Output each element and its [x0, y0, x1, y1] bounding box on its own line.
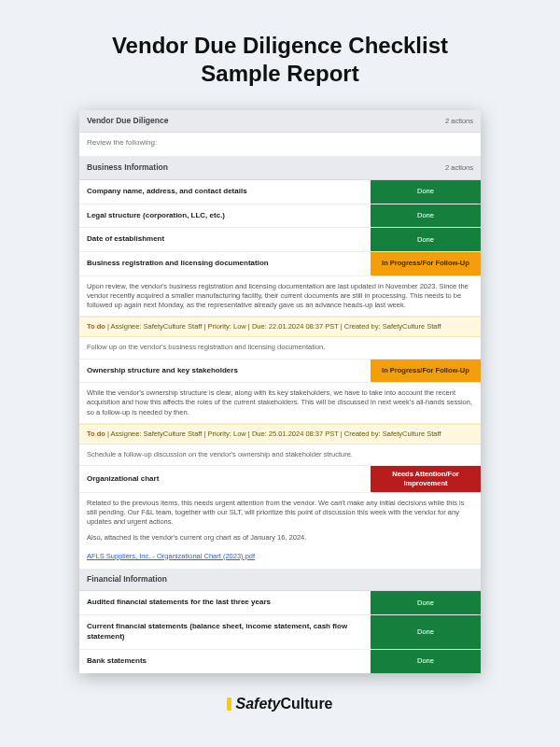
- item-label: Date of establishment: [79, 228, 371, 251]
- report-header-title: Vendor Due Diligence: [87, 116, 168, 126]
- item-label: Business registration and licensing docu…: [79, 252, 371, 275]
- item-row: Current financial statements (balance sh…: [79, 615, 481, 650]
- item-row-orgchart: Organizational chart Needs Attention/For…: [79, 466, 481, 493]
- item-label: Legal structure (corporation, LLC, etc.): [79, 204, 371, 228]
- todo-meta: | Assignee: SafetyCulture Staff | Priori…: [105, 322, 441, 331]
- item-note-2: Also, attached is the vendor's current o…: [79, 533, 481, 548]
- section-business-actions: 2 actions: [445, 163, 473, 173]
- brand-accent-icon: [227, 698, 231, 711]
- report-header: Vendor Due Diligence 2 actions: [79, 110, 481, 133]
- brand-prefix: Safety: [235, 696, 280, 712]
- item-label: Company name, address, and contact detai…: [79, 180, 371, 204]
- item-row: Audited financial statements for the las…: [79, 591, 481, 615]
- item-label: Bank statements: [79, 650, 371, 673]
- item-row: Date of establishment Done: [79, 228, 481, 252]
- item-row-registration: Business registration and licensing docu…: [79, 252, 481, 276]
- status-badge: Done: [371, 591, 481, 614]
- todo-tag: To do: [87, 322, 105, 331]
- status-badge: Done: [371, 615, 481, 649]
- status-badge: Done: [371, 650, 481, 673]
- item-label: Ownership structure and key stakeholders: [79, 359, 371, 383]
- report-card: Vendor Due Diligence 2 actions Review th…: [79, 110, 481, 673]
- page-title: Vendor Due Diligence Checklist Sample Re…: [112, 32, 448, 88]
- attachment-link[interactable]: AFLS Suppliers, Inc. - Organizational Ch…: [87, 552, 255, 560]
- section-financial-title: Financial Information: [87, 574, 167, 585]
- section-business-header: Business Information 2 actions: [79, 157, 481, 179]
- status-badge: Needs Attention/For Improvement: [371, 466, 481, 492]
- todo-block: To do | Assignee: SafetyCulture Staff | …: [79, 317, 481, 337]
- item-note: Related to the previous items, this need…: [79, 493, 481, 532]
- item-note: Upon review, the vendor's business regis…: [79, 276, 481, 317]
- brand-suffix: Culture: [281, 696, 333, 712]
- todo-block: To do | Assignee: SafetyCulture Staff | …: [79, 424, 481, 444]
- status-badge: In Progress/For Follow-Up: [371, 359, 481, 383]
- item-label: Current financial statements (balance sh…: [79, 615, 371, 649]
- page-title-line1: Vendor Due Diligence Checklist: [112, 33, 448, 58]
- item-label: Organizational chart: [79, 466, 371, 492]
- todo-followup: Follow up on the vendor's business regis…: [79, 337, 481, 359]
- attachment-row: AFLS Suppliers, Inc. - Organizational Ch…: [79, 548, 481, 569]
- todo-followup: Schedule a follow-up discussion on the v…: [79, 444, 481, 466]
- item-row: Company name, address, and contact detai…: [79, 180, 481, 204]
- report-instruction: Review the following:: [79, 133, 481, 157]
- status-badge: Done: [371, 180, 481, 204]
- item-row: Bank statements Done: [79, 650, 481, 673]
- item-row-ownership: Ownership structure and key stakeholders…: [79, 359, 481, 384]
- item-note: While the vendor's ownership structure i…: [79, 383, 481, 423]
- todo-meta: | Assignee: SafetyCulture Staff | Priori…: [105, 430, 441, 438]
- page-title-line2: Sample Report: [201, 61, 358, 86]
- status-badge: In Progress/For Follow-Up: [371, 252, 481, 275]
- section-financial-header: Financial Information: [79, 569, 481, 591]
- item-row: Legal structure (corporation, LLC, etc.)…: [79, 204, 481, 229]
- todo-tag: To do: [87, 430, 105, 438]
- status-badge: Done: [371, 204, 481, 228]
- item-label: Audited financial statements for the las…: [79, 591, 371, 614]
- brand-logo: SafetyCulture: [227, 696, 332, 712]
- section-business-title: Business Information: [87, 162, 168, 173]
- report-header-actions: 2 actions: [445, 117, 473, 126]
- status-badge: Done: [371, 228, 481, 251]
